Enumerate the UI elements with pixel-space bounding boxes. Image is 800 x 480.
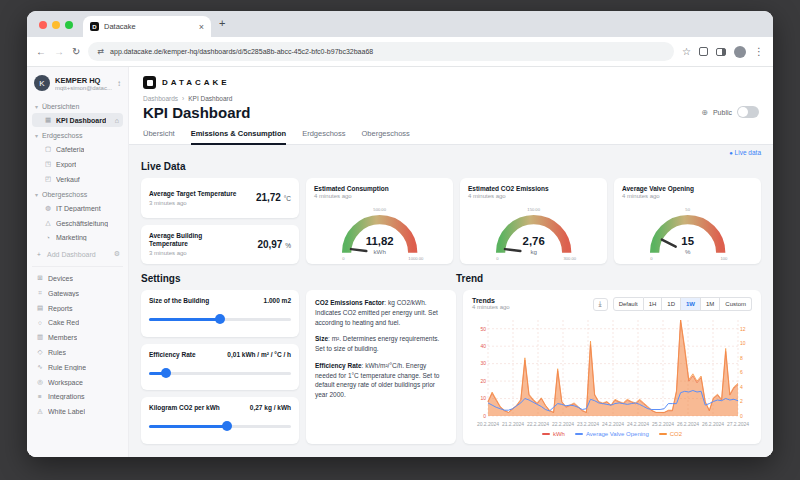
- back-icon[interactable]: ←: [36, 46, 46, 57]
- sidebar-group-label: Übersichten: [42, 103, 79, 110]
- svg-text:300.00: 300.00: [563, 256, 576, 261]
- browser-profile-avatar[interactable]: [734, 46, 746, 58]
- value-card-meta: Average Building Temperature3 minutes ag…: [149, 232, 237, 256]
- sidebar-item-members[interactable]: ▥Members: [32, 330, 123, 344]
- svg-text:150.00: 150.00: [527, 207, 540, 212]
- sidebar-item-devices[interactable]: ⊞Devices: [32, 271, 123, 285]
- svg-text:4: 4: [740, 384, 743, 390]
- svg-text:22.2.2024: 22.2.2024: [527, 421, 549, 427]
- trend-heading: Trend: [456, 273, 761, 284]
- range-button-1w[interactable]: 1W: [681, 297, 701, 311]
- legend-swatch: [542, 433, 550, 435]
- slider-thumb[interactable]: [222, 421, 232, 431]
- svg-text:100: 100: [720, 256, 728, 261]
- close-window-button[interactable]: [39, 21, 47, 29]
- sidebar-item-cafeteria[interactable]: ▢Cafeteria: [32, 142, 123, 156]
- menu-icon[interactable]: ⋮: [754, 46, 764, 57]
- value-cards-column: Average Target Temperature3 minutes ago2…: [141, 178, 299, 264]
- new-tab-button[interactable]: +: [219, 17, 225, 29]
- svg-text:11,82: 11,82: [366, 235, 394, 247]
- range-button-1d[interactable]: 1D: [662, 297, 681, 311]
- rules-icon: ◇: [36, 348, 44, 356]
- sidebar-item-integrations[interactable]: ≡Integrations: [32, 390, 123, 403]
- slider-efficiency-rate[interactable]: [149, 369, 291, 378]
- minimize-window-button[interactable]: [52, 21, 60, 29]
- svg-text:0: 0: [650, 256, 653, 261]
- sidebar-item-kpi-dashboard[interactable]: ▦KPI Dashboard⌂: [32, 113, 123, 127]
- trend-chart[interactable]: 0102030405002468101220.2.202421.2.202422…: [472, 314, 752, 430]
- tab-erdgeschoss[interactable]: Erdgeschoss: [302, 129, 345, 144]
- tab-bersicht[interactable]: Übersicht: [143, 129, 175, 144]
- sidebar-item-gesch-ftsleitung[interactable]: △Geschäftsleitung: [32, 216, 123, 230]
- sidebar-item-cake-red[interactable]: ○Cake Red: [32, 316, 123, 329]
- workspace-email: mqtt+simon@datac...: [55, 85, 112, 91]
- tab-close-icon[interactable]: ×: [199, 22, 204, 32]
- range-button-1m[interactable]: 1M: [701, 297, 720, 311]
- browser-tab[interactable]: D Datacake ×: [83, 16, 211, 37]
- slider-kilogram-co2-per-kwh[interactable]: [149, 422, 291, 431]
- integrations-icon: ≡: [36, 393, 44, 400]
- sidebar-item-label: KPI Dashboard: [56, 117, 106, 124]
- public-toggle[interactable]: [737, 106, 759, 118]
- sidebar-item-gateways[interactable]: ⌗Gateways: [32, 286, 123, 300]
- sidebar-item-white-label[interactable]: ◬White Label: [32, 404, 123, 418]
- url-bar[interactable]: ⇄ app.datacake.de/kemper-hq/dashboards/d…: [88, 42, 674, 61]
- slider-size-of-the-building[interactable]: [149, 315, 291, 324]
- range-button-custom[interactable]: Custom: [720, 297, 752, 311]
- maximize-window-button[interactable]: [65, 21, 73, 29]
- reload-icon[interactable]: ↻: [72, 46, 80, 57]
- setting-description: CO2 Emissions Factor: kg CO2/kWh. Indica…: [315, 298, 447, 327]
- slider-thumb[interactable]: [161, 368, 171, 378]
- extensions-icon[interactable]: [699, 47, 708, 56]
- slider-thumb[interactable]: [215, 314, 225, 324]
- workspace-switcher[interactable]: K KEMPER HQ mqtt+simon@datac... ↕: [32, 73, 123, 99]
- slider-fill: [149, 318, 220, 321]
- sidepanel-icon[interactable]: [716, 48, 726, 56]
- svg-text:12: 12: [740, 326, 746, 332]
- live-data-indicator: ● Live data: [141, 149, 761, 160]
- add-dashboard-button[interactable]: + Add Dashboard ⚙: [32, 245, 123, 263]
- globe-icon: ⊕: [701, 108, 708, 117]
- legend-item-co2[interactable]: CO2: [659, 431, 682, 437]
- sidebar-item-it-department[interactable]: ◍IT Department: [32, 201, 123, 215]
- members-icon: ▥: [36, 333, 44, 341]
- site-settings-icon[interactable]: ⇄: [97, 47, 104, 56]
- sidebar-group-bersichten[interactable]: ▾Übersichten: [32, 99, 123, 112]
- svg-text:8: 8: [740, 355, 743, 361]
- slider-fill: [149, 425, 227, 428]
- sidebar-item-label: Geschäftsleitung: [56, 220, 108, 227]
- svg-text:25.2.2024: 25.2.2024: [652, 421, 674, 427]
- range-button-1h[interactable]: 1H: [644, 297, 663, 311]
- sidebar-group-obergeschoss[interactable]: ▾Obergeschoss: [32, 187, 123, 200]
- svg-text:6: 6: [740, 369, 743, 375]
- legend-item-kwh[interactable]: kWh: [542, 431, 565, 437]
- legend-label: CO2: [670, 431, 682, 437]
- gear-icon[interactable]: ⚙: [114, 250, 120, 258]
- sidebar-item-label: Workspace: [48, 379, 83, 386]
- live-dot-icon: ●: [729, 150, 733, 156]
- value-card-title: Average Building Temperature: [149, 232, 237, 248]
- sidebar-item-workspace[interactable]: ◎Workspace: [32, 375, 123, 389]
- legend-label: Average Valve Opening: [586, 431, 649, 437]
- sidebar-item-label: Export: [56, 161, 76, 168]
- legend-item-average-valve-opening[interactable]: Average Valve Opening: [575, 431, 649, 437]
- tab-emissions-consumption[interactable]: Emissions & Consumption: [191, 129, 286, 145]
- tab-obergeschoss[interactable]: Obergeschoss: [361, 129, 409, 144]
- breadcrumb-item[interactable]: KPI Dashboard: [188, 95, 232, 102]
- bookmark-icon[interactable]: ☆: [682, 46, 691, 57]
- sidebar-group-erdgeschoss[interactable]: ▾Erdgeschoss: [32, 128, 123, 141]
- download-icon[interactable]: ⤓: [593, 298, 608, 311]
- forward-icon[interactable]: →: [54, 46, 64, 57]
- legend-swatch: [575, 433, 583, 435]
- sidebar-item-label: IT Department: [56, 205, 101, 212]
- sidebar-item-marketing[interactable]: ◔Marketing: [32, 231, 123, 244]
- range-button-default[interactable]: Default: [613, 297, 644, 311]
- sidebar-item-export[interactable]: ◳Export: [32, 157, 123, 171]
- svg-text:10: 10: [740, 340, 746, 346]
- sidebar-item-reports[interactable]: ▤Reports: [32, 301, 123, 315]
- sidebar-item-rule-engine[interactable]: ∿Rule Engine: [32, 360, 123, 374]
- sidebar-item-verkauf[interactable]: ◰Verkauf: [32, 172, 123, 186]
- breadcrumb-item[interactable]: Dashboards: [143, 95, 178, 102]
- sidebar-item-rules[interactable]: ◇Rules: [32, 345, 123, 359]
- sidebar-item-label: Devices: [48, 275, 73, 282]
